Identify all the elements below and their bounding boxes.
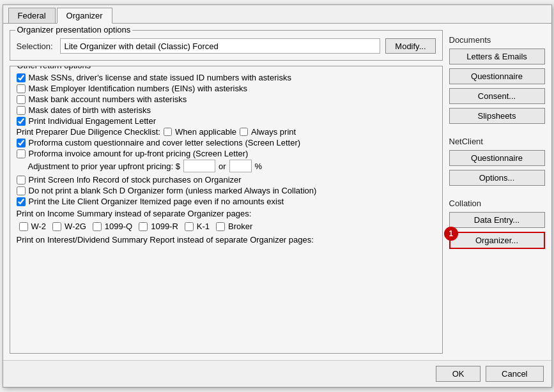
cancel-button[interactable]: Cancel <box>486 366 543 382</box>
cb-w2g: W-2G <box>52 222 86 231</box>
dialog: Federal Organizer Organizer presentation… <box>3 4 552 388</box>
cb-w2-input[interactable] <box>19 222 28 231</box>
content-area: Organizer presentation options Selection… <box>3 24 551 360</box>
footer: OK Cancel <box>3 360 551 387</box>
cb-broker: Broker <box>216 222 252 231</box>
cb-mask-ssn: Mask SSNs, driver's license and state is… <box>17 73 436 82</box>
tab-federal[interactable]: Federal <box>8 8 56 23</box>
cb-broker-input[interactable] <box>216 222 225 231</box>
presentation-row: Selection: Lite Organizer with detail (C… <box>17 38 436 54</box>
questionnaire1-button[interactable]: Questionnaire <box>449 68 545 84</box>
cb-1099q-label: 1099-Q <box>105 222 132 231</box>
cb-mask-ssn-input[interactable] <box>17 73 26 82</box>
adjustment-row: Adjustment to prior year upfront pricing… <box>28 160 436 172</box>
cb-no-print-label: Do not print a blank Sch D Organizer for… <box>29 186 317 195</box>
cb-no-print-input[interactable] <box>17 186 26 195</box>
due-diligence-label: Print Preparer Due Diligence Checklist: <box>17 127 160 137</box>
cb-proforma2-label: Proforma invoice amount for up-front pri… <box>29 149 249 158</box>
badge-number: 1 <box>444 227 458 241</box>
right-panel: Documents Letters & Emails Questionnaire… <box>449 30 545 354</box>
selection-value: Lite Organizer with detail (Classic) For… <box>60 38 381 54</box>
percent-label: % <box>255 162 263 171</box>
adjustment-percent-input[interactable] <box>229 160 252 172</box>
other-options-label: Other return options <box>15 66 93 70</box>
cb-print-lite-input[interactable] <box>17 197 26 206</box>
cb-1099r-input[interactable] <box>139 222 148 231</box>
questionnaire2-button[interactable]: Questionnaire <box>449 150 545 166</box>
cb-print-lite-label: Print the Lite Client Organizer Itemized… <box>29 197 284 206</box>
cb-proforma1: Proforma custom questionnaire and cover … <box>17 138 436 147</box>
when-applicable-label: When applicable <box>175 127 236 137</box>
cb-mask-bank: Mask bank account numbers with asterisks <box>17 94 436 104</box>
cb-proforma1-input[interactable] <box>17 139 26 147</box>
cb-when-applicable[interactable] <box>164 128 172 136</box>
cb-broker-label: Broker <box>228 222 252 231</box>
adjustment-dollar-input[interactable] <box>183 160 215 172</box>
cb-mask-dob: Mask dates of birth with asterisks <box>17 105 436 115</box>
or-label: or <box>219 162 226 171</box>
other-options-group: Other return options Mask SSNs, driver's… <box>10 66 443 354</box>
cb-k1-label: K-1 <box>197 222 210 231</box>
cb-no-print: Do not print a blank Sch D Organizer for… <box>17 186 436 195</box>
cb-1099q: 1099-Q <box>93 222 132 231</box>
collation-label: Collation <box>449 199 545 208</box>
cb-mask-dob-label: Mask dates of birth with asterisks <box>29 105 151 115</box>
interest-label: Print on Interest/Dividend Summary Repor… <box>17 235 436 245</box>
letters-emails-button[interactable]: Letters & Emails <box>449 49 545 64</box>
modify-button[interactable]: Modify... <box>385 38 435 54</box>
cb-print-screen: Print Screen Info Record of stock purcha… <box>17 175 436 185</box>
ok-button[interactable]: OK <box>436 366 481 382</box>
cb-print-engagement-label: Print Individual Engagement Letter <box>29 116 156 126</box>
organizer-btn-container: 1 Organizer... <box>449 232 545 250</box>
cb-mask-ein-label: Mask Employer Identification numbers (EI… <box>29 84 247 93</box>
cb-print-lite: Print the Lite Client Organizer Itemized… <box>17 197 436 206</box>
cb-mask-ein: Mask Employer Identification numbers (EI… <box>17 84 436 93</box>
cb-proforma2-input[interactable] <box>17 149 26 158</box>
main-panel: Organizer presentation options Selection… <box>10 30 443 354</box>
consent-button[interactable]: Consent... <box>449 88 545 104</box>
cb-proforma1-label: Proforma custom questionnaire and cover … <box>29 138 301 147</box>
broker-row: W-2 W-2G 1099-Q 1099-R <box>19 220 436 232</box>
cb-1099r-label: 1099-R <box>151 222 178 231</box>
presentation-group: Organizer presentation options Selection… <box>10 30 443 61</box>
cb-always-print[interactable] <box>240 128 248 136</box>
organizer-button[interactable]: Organizer... <box>449 232 545 249</box>
cb-k1: K-1 <box>185 222 210 231</box>
data-entry-button[interactable]: Data Entry... <box>449 212 545 228</box>
selection-label: Selection: <box>17 41 55 51</box>
due-diligence-row: Print Preparer Due Diligence Checklist: … <box>17 127 436 137</box>
cb-print-screen-input[interactable] <box>17 176 26 185</box>
cb-w2-label: W-2 <box>31 222 47 231</box>
cb-mask-bank-input[interactable] <box>17 95 26 104</box>
cb-mask-bank-label: Mask bank account numbers with asterisks <box>29 94 187 104</box>
cb-mask-dob-input[interactable] <box>17 106 26 115</box>
cb-proforma2: Proforma invoice amount for up-front pri… <box>17 149 436 158</box>
tab-organizer[interactable]: Organizer <box>57 8 112 24</box>
tab-bar: Federal Organizer <box>3 5 551 24</box>
cb-w2: W-2 <box>19 222 47 231</box>
cb-w2g-input[interactable] <box>52 222 61 231</box>
netclient-label: NetClient <box>449 137 545 146</box>
presentation-group-label: Organizer presentation options <box>15 25 133 34</box>
cb-w2g-label: W-2G <box>65 222 86 231</box>
cb-mask-ssn-label: Mask SSNs, driver's license and state is… <box>29 73 291 82</box>
cb-1099q-input[interactable] <box>93 222 102 231</box>
cb-print-engagement: Print Individual Engagement Letter <box>17 116 436 126</box>
adjustment-label: Adjustment to prior year upfront pricing… <box>28 162 180 171</box>
slipsheets-button[interactable]: Slipsheets <box>449 108 545 124</box>
always-print-label: Always print <box>251 127 296 137</box>
cb-print-engagement-input[interactable] <box>17 117 26 126</box>
documents-label: Documents <box>449 35 545 45</box>
cb-print-screen-label: Print Screen Info Record of stock purcha… <box>29 175 242 185</box>
cb-mask-ein-input[interactable] <box>17 84 26 93</box>
income-summary-label: Print on Income Summary instead of separ… <box>17 209 436 218</box>
cb-1099r: 1099-R <box>139 222 178 231</box>
cb-k1-input[interactable] <box>185 222 194 231</box>
options-button[interactable]: Options... <box>449 170 545 186</box>
